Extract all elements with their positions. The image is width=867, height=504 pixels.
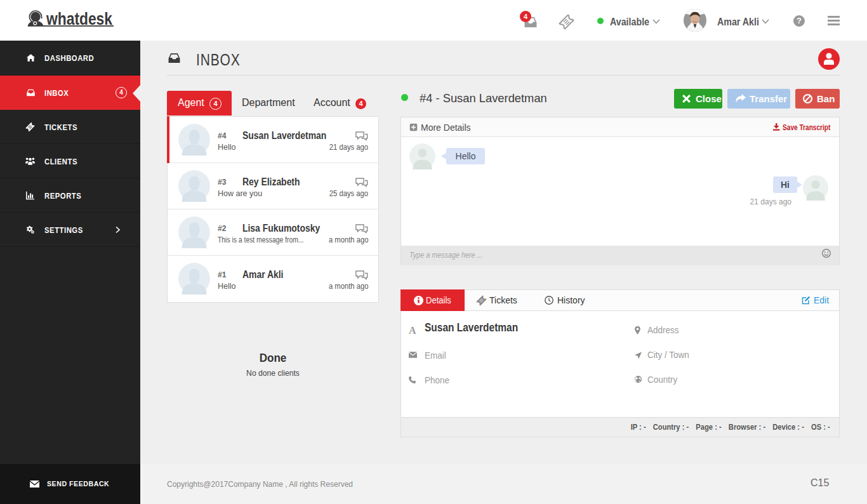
- svg-text:whatdesk: whatdesk: [46, 9, 112, 29]
